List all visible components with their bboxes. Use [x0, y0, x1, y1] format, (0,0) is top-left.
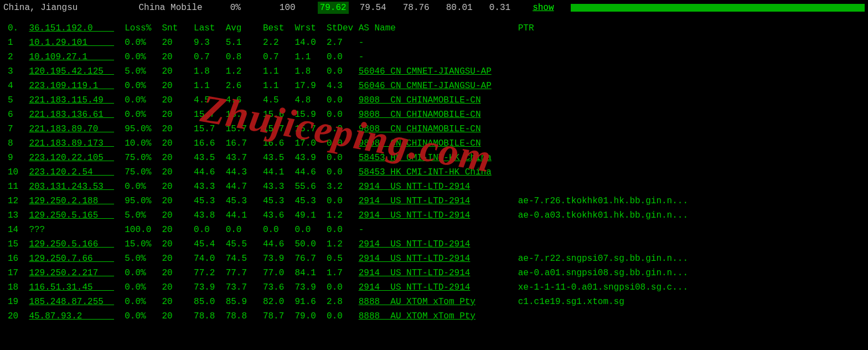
- hop-ptr: ae-0.a01.sngpsi08.sg.bb.gin.n...: [518, 268, 688, 278]
- hop-ip[interactable]: 221.183.89.173: [29, 138, 114, 148]
- hop-num: 7: [8, 124, 29, 134]
- hop-ptr: ae-0.a03.tkokhk01.hk.bb.gin.n...: [518, 210, 688, 220]
- mtr-row: 4 223.109.119.1 0.0% 20 1.1 2.6 1.1 17.9…: [8, 79, 860, 93]
- mtr-row: 15 129.250.5.166 15.0% 20 45.4 45.5 44.6…: [8, 237, 860, 251]
- hop-ip[interactable]: 129.250.5.165: [29, 210, 114, 220]
- hop-ip[interactable]: 221.183.115.49: [29, 95, 114, 105]
- hop-as[interactable]: 2914 US NTT-LTD-2914: [359, 196, 471, 206]
- hop-num: 12: [8, 196, 29, 206]
- hop-as[interactable]: 2914 US NTT-LTD-2914: [359, 282, 471, 292]
- hop-ip[interactable]: 223.109.119.1: [29, 81, 114, 91]
- hop-as[interactable]: 2914 US NTT-LTD-2914: [359, 239, 471, 249]
- hop-ip[interactable]: 129.250.5.166: [29, 239, 114, 249]
- hop-num: 11: [8, 182, 29, 192]
- hop-ip[interactable]: 221.183.136.61: [29, 110, 114, 120]
- hop-ip[interactable]: 129.250.2.217: [29, 268, 114, 278]
- hop-as: -: [359, 38, 364, 48]
- hop-as[interactable]: 2914 US NTT-LTD-2914: [359, 254, 471, 264]
- stat-v4: 80.01: [446, 3, 473, 13]
- show-link[interactable]: show: [533, 3, 554, 13]
- loss-pct: 0%: [230, 3, 241, 13]
- hop-as[interactable]: 9808 CN CHINAMOBILE-CN: [359, 138, 481, 148]
- mtr-row: 2 10.109.27.1 0.0% 20 0.7 0.8 0.7 1.1 0.…: [8, 50, 860, 64]
- mtr-row: 19 185.248.87.255 0.0% 20 85.0 85.9 82.0…: [8, 295, 860, 309]
- hop-num: 9: [8, 153, 29, 163]
- snt-count: 100: [280, 3, 296, 13]
- hop-as[interactable]: 56046 CN CMNET-JIANGSU-AP: [359, 81, 492, 91]
- hop-as[interactable]: 9808 CN CHINAMOBILE-CN: [359, 124, 481, 134]
- hop-as[interactable]: 9808 CN CHINAMOBILE-CN: [359, 110, 481, 120]
- hop-as[interactable]: 58453 HK CMI-INT-HK China: [359, 153, 492, 163]
- hop-as: -: [359, 225, 364, 235]
- hop-ip[interactable]: 129.250.2.188: [29, 196, 114, 206]
- mtr-row: 11 203.131.243.53 0.0% 20 43.3 44.7 43.3…: [8, 179, 860, 194]
- hop-num: 1: [8, 38, 29, 48]
- hop-as: -: [359, 52, 364, 62]
- hop-ptr: xe-1-1-11-0.a01.sngpsi08.sg.c...: [518, 282, 688, 292]
- mtr-row: 7 221.183.89.70 95.0% 20 15.7 15.7 15.7 …: [8, 122, 860, 136]
- hop-as[interactable]: 8888 AU XTOM xTom Pty: [359, 311, 476, 321]
- isp-label: China Mobile: [138, 3, 202, 13]
- hop-ip[interactable]: 223.120.22.105: [29, 153, 114, 163]
- hop-as[interactable]: 2914 US NTT-LTD-2914: [359, 182, 471, 192]
- hop-num: 16: [8, 254, 29, 264]
- hop-num: 6: [8, 110, 29, 120]
- hop-num: 15: [8, 239, 29, 249]
- mtr-row: 1 10.1.29.101 0.0% 20 9.3 5.1 2.2 14.0 2…: [8, 35, 860, 50]
- hop-as[interactable]: 8888 AU XTOM xTom Pty: [359, 297, 476, 307]
- hop-as[interactable]: 9808 CN CHINAMOBILE-CN: [359, 95, 481, 105]
- hop-ip[interactable]: 221.183.89.70: [29, 124, 114, 134]
- hop-num: 10: [8, 167, 29, 177]
- mtr-row: 10 223.120.2.54 75.0% 20 44.6 44.3 44.1 …: [8, 165, 860, 179]
- hop-as[interactable]: 58453 HK CMI-INT-HK China: [359, 167, 492, 177]
- mtr-row: 20 45.87.93.2 0.0% 20 78.8 78.8 78.7 79.…: [8, 309, 860, 323]
- mtr-row: 18 116.51.31.45 0.0% 20 73.9 73.7 73.6 7…: [8, 280, 860, 295]
- hop-num: 2: [8, 52, 29, 62]
- mtr-row: 14 ??? 100.0 20 0.0 0.0 0.0 0.0 0.0 -: [8, 223, 860, 237]
- mtr-row: 17 129.250.2.217 0.0% 20 77.2 77.7 77.0 …: [8, 266, 860, 280]
- hop-ip[interactable]: 129.250.7.66: [29, 254, 114, 264]
- stat-v5: 0.31: [489, 3, 510, 13]
- hop-ip[interactable]: 120.195.42.125: [29, 66, 114, 76]
- hop-ip[interactable]: 45.87.93.2: [29, 311, 114, 321]
- hop-ip[interactable]: 223.120.2.54: [29, 167, 114, 177]
- mtr-row: 13 129.250.5.165 5.0% 20 43.8 44.1 43.6 …: [8, 208, 860, 223]
- stat-v1: 79.62: [318, 2, 349, 14]
- hop-num: 8: [8, 138, 29, 148]
- mtr-header-row: 0. 36.151.192.0 Loss% Snt Last Avg Best …: [8, 21, 860, 35]
- mtr-output: 0. 36.151.192.0 Loss% Snt Last Avg Best …: [0, 16, 868, 323]
- hop-num: 3: [8, 66, 29, 76]
- hop-num: 13: [8, 210, 29, 220]
- stat-v2: 79.54: [360, 3, 386, 13]
- mtr-row: 3 120.195.42.125 5.0% 20 1.8 1.2 1.1 1.8…: [8, 64, 860, 79]
- top-status-bar: China, Jiangsu China Mobile 0% 100 79.62…: [0, 0, 868, 16]
- mtr-row: 16 129.250.7.66 5.0% 20 74.0 74.5 73.9 7…: [8, 251, 860, 266]
- hop-as[interactable]: 56046 CN CMNET-JIANGSU-AP: [359, 66, 492, 76]
- stat-v3: 78.76: [403, 3, 430, 13]
- hop-ip[interactable]: 116.51.31.45: [29, 282, 114, 292]
- location-label: China, Jiangsu: [3, 3, 78, 13]
- hop-ip[interactable]: 10.109.27.1: [29, 52, 114, 62]
- hop-num: 20: [8, 311, 29, 321]
- hop-num: 17: [8, 268, 29, 278]
- hop-num: 19: [8, 297, 29, 307]
- mtr-row: 6 221.183.136.61 0.0% 20 15.7 15.7 15.6 …: [8, 107, 860, 122]
- hop-ip[interactable]: 185.248.87.255: [29, 297, 114, 307]
- hop-ptr: ae-7.r26.tkokhk01.hk.bb.gin.n...: [518, 196, 688, 206]
- hop-ptr: c1.c1e19.sg1.xtom.sg: [518, 297, 624, 307]
- hop-num: 14: [8, 225, 29, 235]
- mtr-row: 9 223.120.22.105 75.0% 20 43.5 43.7 43.5…: [8, 151, 860, 165]
- hop-ip[interactable]: 10.1.29.101: [29, 38, 114, 48]
- hop-num: 5: [8, 95, 29, 105]
- mtr-row: 12 129.250.2.188 95.0% 20 45.3 45.3 45.3…: [8, 194, 860, 208]
- progress-bar: [571, 4, 865, 12]
- hop-as[interactable]: 2914 US NTT-LTD-2914: [359, 268, 471, 278]
- hop-ip[interactable]: 203.131.243.53: [29, 182, 114, 192]
- mtr-row: 5 221.183.115.49 0.0% 20 4.5 4.6 4.5 4.8…: [8, 93, 860, 107]
- header-ip: 36.151.192.0: [29, 23, 114, 33]
- hop-num: 4: [8, 81, 29, 91]
- mtr-row: 8 221.183.89.173 10.0% 20 16.6 16.7 16.6…: [8, 136, 860, 151]
- hop-ptr: ae-7.r22.sngpsi07.sg.bb.gin.n...: [518, 254, 688, 264]
- hop-num: 18: [8, 282, 29, 292]
- hop-as[interactable]: 2914 US NTT-LTD-2914: [359, 210, 471, 220]
